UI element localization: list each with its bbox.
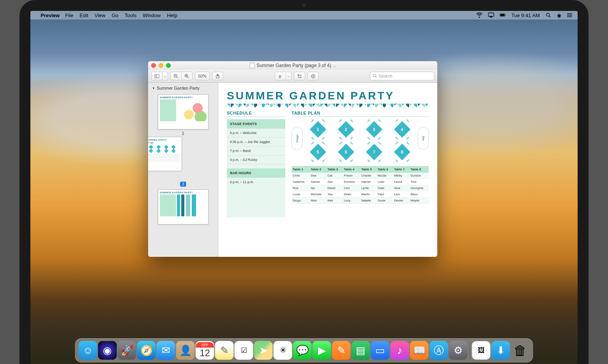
- notification-center-icon[interactable]: [567, 12, 573, 18]
- dining-table: 6: [334, 142, 358, 162]
- table-header: Table 2: [309, 166, 326, 173]
- document-icon: [250, 63, 255, 68]
- menu-help[interactable]: Help: [167, 12, 177, 18]
- svg-rect-3: [505, 14, 505, 15]
- dock-maps[interactable]: ➤: [254, 341, 273, 360]
- dock-siri[interactable]: ◉: [98, 341, 117, 360]
- app-menu[interactable]: Preview: [41, 12, 60, 18]
- titlebar[interactable]: Summer Garden Party (page 3 of 4) ⌵: [148, 61, 437, 70]
- dock-itunes[interactable]: ♪: [391, 341, 409, 360]
- table-row: ChrisDeeCatPravinCharlieNicolaMikeyGordo…: [292, 173, 429, 179]
- siri-icon[interactable]: ◉: [557, 12, 561, 18]
- dock-pages[interactable]: ✎: [332, 341, 351, 360]
- dock-trash[interactable]: 🗑: [511, 341, 530, 360]
- zoom-in-button[interactable]: [181, 72, 193, 80]
- dining-table: 1: [306, 119, 330, 140]
- wifi-icon[interactable]: [476, 12, 483, 18]
- dining-table: 5: [306, 142, 330, 162]
- dock-photos[interactable]: ✳: [274, 341, 292, 360]
- dock-safari[interactable]: 🧭: [137, 341, 156, 360]
- rotate-button[interactable]: [294, 72, 305, 80]
- thumbnail-1[interactable]: SUMMER GARDEN PARTY 1: [148, 92, 218, 136]
- menu-view[interactable]: View: [95, 12, 106, 18]
- menu-tools[interactable]: Tools: [125, 12, 136, 18]
- dock-finder[interactable]: ☺: [79, 341, 97, 360]
- svg-rect-2: [500, 14, 504, 16]
- dock-contacts[interactable]: 👤: [176, 341, 195, 360]
- stage-events-heading: STAGE EVENTS: [227, 119, 285, 129]
- zoom-out-button[interactable]: [170, 72, 181, 80]
- sidebar-doc-title[interactable]: Summer Garden Party: [148, 84, 218, 92]
- table-header: Table 8: [409, 166, 429, 173]
- event-row: 6:30 p.m. – Joe the Juggler: [227, 138, 285, 147]
- tableplan-heading: TABLE PLAN: [292, 111, 429, 117]
- dock-facetime[interactable]: ▶: [313, 341, 331, 360]
- dock-numbers[interactable]: ▤: [352, 341, 370, 360]
- svg-line-26: [375, 76, 376, 78]
- thumbnail-dragging[interactable]: SUMMER GARDEN PARTYSCHEDULE TABLE PLAN: [148, 137, 182, 171]
- thumbnail-drag-area[interactable]: SUMMER GARDEN PARTYSCHEDULE TABLE PLAN ↖…: [148, 136, 218, 187]
- dock-ibooks[interactable]: 📖: [410, 341, 429, 360]
- table-header: Table 1: [292, 166, 309, 173]
- zoom-level[interactable]: 50%: [195, 72, 210, 80]
- svg-point-11: [567, 16, 568, 17]
- highlight-button[interactable]: [275, 72, 286, 80]
- event-row: 6 p.m. – Welcome: [227, 129, 285, 138]
- view-mode-button[interactable]: [151, 72, 162, 80]
- dock-mail[interactable]: ✉: [157, 341, 175, 360]
- thumbnail-1-label: 1: [157, 131, 209, 136]
- dining-table: 2: [334, 119, 358, 140]
- bar-hours-heading: BAR HOURS: [227, 168, 285, 178]
- dock-appstore[interactable]: Ⓐ: [429, 341, 448, 360]
- bar-marker: Bar: [418, 127, 429, 150]
- clock[interactable]: Tue 9:41 AM: [511, 12, 540, 18]
- camera-dot: [302, 4, 306, 7]
- share-button[interactable]: [212, 72, 223, 80]
- dock-separator: [470, 342, 470, 359]
- highlight-dropdown[interactable]: ⌵: [286, 72, 292, 80]
- svg-point-4: [546, 13, 550, 16]
- dock-preview[interactable]: 🖼: [472, 341, 491, 360]
- dining-table: 4: [391, 119, 414, 140]
- dining-table: 3: [362, 119, 386, 140]
- schedule-heading: SCHEDULE: [227, 111, 285, 117]
- dock-reminders[interactable]: ☑: [235, 341, 253, 360]
- bunting-decoration: [227, 104, 429, 108]
- page-view[interactable]: SUMMER GARDEN PARTY SCHEDULE STAGE EVENT…: [218, 83, 437, 257]
- window-title[interactable]: Summer Garden Party (page 3 of 4) ⌵: [148, 63, 437, 68]
- thumbnail-4[interactable]: SUMMER GARDEN PARTY: [148, 187, 218, 225]
- dock-downloads[interactable]: ⬇: [491, 341, 510, 360]
- table-header: Table 3: [326, 166, 343, 173]
- dock-calendar[interactable]: SEP12: [196, 341, 214, 360]
- menubar: Preview File Edit View Go Tools Window H…: [30, 11, 578, 19]
- dock-keynote[interactable]: ▭: [371, 341, 390, 360]
- svg-rect-23: [298, 75, 301, 78]
- dock-launchpad[interactable]: 🚀: [118, 341, 136, 360]
- menu-window[interactable]: Window: [143, 12, 161, 18]
- thumbnail-sidebar[interactable]: Summer Garden Party SUMMER GARDEN PARTY …: [148, 83, 218, 257]
- event-row: 9 p.m. – DJ Rocky: [227, 155, 285, 164]
- dock-system-preferences[interactable]: ⚙: [449, 341, 468, 360]
- table-header: Table 5: [360, 166, 376, 173]
- chevron-down-icon: ⌵: [333, 64, 336, 68]
- search-placeholder: Search: [379, 74, 392, 78]
- menu-edit[interactable]: Edit: [80, 12, 88, 18]
- spotlight-icon[interactable]: [545, 12, 551, 18]
- dock-messages[interactable]: 💬: [293, 341, 312, 360]
- stage-marker: Stage: [292, 127, 302, 150]
- airplay-icon[interactable]: [488, 12, 494, 18]
- svg-rect-12: [155, 74, 156, 78]
- menu-file[interactable]: File: [65, 12, 73, 18]
- menu-go[interactable]: Go: [111, 12, 118, 18]
- dock: ☺ ◉ 🚀 🧭 ✉ 👤 SEP12 ✎ ☑ ➤ ✳ 💬 ▶ ✎ ▤ ▭ ♪ 📖 …: [75, 338, 533, 362]
- svg-point-10: [567, 15, 568, 16]
- markup-button[interactable]: [308, 72, 319, 80]
- battery-icon[interactable]: [500, 12, 506, 18]
- table-row: DiogoNickNeilLucyNatalieSusieDexterMeyli…: [292, 198, 429, 204]
- view-mode-dropdown[interactable]: ⌵: [162, 72, 168, 80]
- svg-line-20: [187, 76, 189, 78]
- desktop: Preview File Edit View Go Tools Window H…: [30, 11, 578, 364]
- svg-line-16: [177, 76, 178, 78]
- search-field[interactable]: Search: [370, 72, 434, 80]
- dock-notes[interactable]: ✎: [215, 341, 234, 360]
